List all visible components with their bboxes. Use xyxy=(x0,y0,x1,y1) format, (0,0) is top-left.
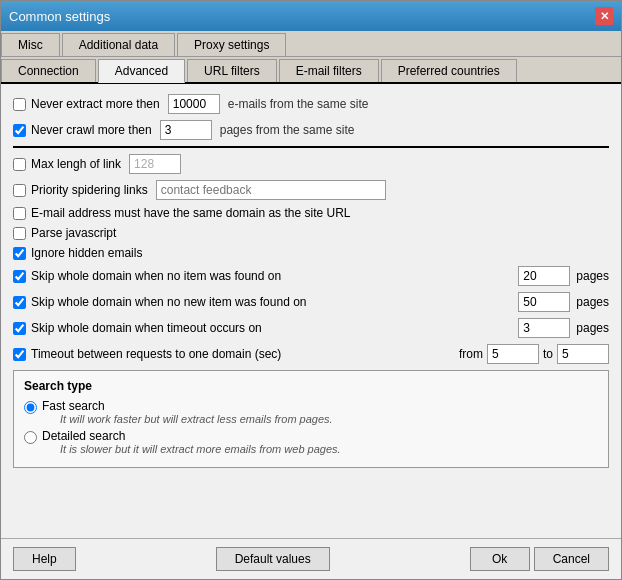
fast-search-row: Fast search It will work faster but will… xyxy=(24,399,598,425)
never-extract-input[interactable] xyxy=(168,94,220,114)
help-button[interactable]: Help xyxy=(13,547,76,571)
max-length-input[interactable] xyxy=(129,154,181,174)
skip-no-new-item-row: Skip whole domain when no new item was f… xyxy=(13,292,609,312)
fast-search-radio[interactable] xyxy=(24,401,37,414)
same-domain-checkbox[interactable] xyxy=(13,207,26,220)
never-extract-label[interactable]: Never extract more then xyxy=(13,97,160,111)
ignore-hidden-checkbox[interactable] xyxy=(13,247,26,260)
never-crawl-input[interactable] xyxy=(160,120,212,140)
timeout-to-input[interactable] xyxy=(557,344,609,364)
skip-timeout-suffix: pages xyxy=(576,321,609,335)
tab-url-filters[interactable]: URL filters xyxy=(187,59,277,82)
never-crawl-suffix: pages from the same site xyxy=(220,123,355,137)
divider xyxy=(13,146,609,148)
to-label: to xyxy=(543,347,553,361)
footer-left: Help xyxy=(13,547,76,571)
never-extract-suffix: e-mails from the same site xyxy=(228,97,369,111)
timeout-between-row: Timeout between requests to one domain (… xyxy=(13,344,609,364)
never-crawl-checkbox[interactable] xyxy=(13,124,26,137)
never-crawl-row: Never crawl more then pages from the sam… xyxy=(13,120,609,140)
max-length-label[interactable]: Max lengh of link xyxy=(13,157,121,171)
tab-proxy-settings[interactable]: Proxy settings xyxy=(177,33,286,56)
tab-email-filters[interactable]: E-mail filters xyxy=(279,59,379,82)
max-length-row: Max lengh of link xyxy=(13,154,609,174)
detailed-search-label: Detailed search xyxy=(42,429,341,443)
detailed-search-desc: It is slower but it will extract more em… xyxy=(60,443,341,455)
skip-timeout-input[interactable] xyxy=(518,318,570,338)
content-area: Never extract more then e-mails from the… xyxy=(1,84,621,538)
skip-no-item-checkbox[interactable] xyxy=(13,270,26,283)
search-type-box: Search type Fast search It will work fas… xyxy=(13,370,609,468)
parse-javascript-row: Parse javascript xyxy=(13,226,609,240)
priority-spidering-input[interactable] xyxy=(156,180,386,200)
skip-no-item-input[interactable] xyxy=(518,266,570,286)
close-button[interactable]: ✕ xyxy=(595,7,613,25)
ignore-hidden-label[interactable]: Ignore hidden emails xyxy=(13,246,142,260)
window-title: Common settings xyxy=(9,9,110,24)
parse-javascript-checkbox[interactable] xyxy=(13,227,26,240)
ok-button[interactable]: Ok xyxy=(470,547,530,571)
tabs-row2: Connection Advanced URL filters E-mail f… xyxy=(1,57,621,84)
never-extract-row: Never extract more then e-mails from the… xyxy=(13,94,609,114)
search-type-title: Search type xyxy=(24,379,598,393)
skip-no-item-label[interactable]: Skip whole domain when no item was found… xyxy=(13,269,281,283)
title-bar: Common settings ✕ xyxy=(1,1,621,31)
fast-search-desc: It will work faster but will extract les… xyxy=(60,413,333,425)
skip-no-item-suffix: pages xyxy=(576,269,609,283)
skip-timeout-row: Skip whole domain when timeout occurs on… xyxy=(13,318,609,338)
skip-timeout-label[interactable]: Skip whole domain when timeout occurs on xyxy=(13,321,262,335)
priority-spidering-checkbox[interactable] xyxy=(13,184,26,197)
footer: Help Default values Ok Cancel xyxy=(1,538,621,579)
tabs-row1: Misc Additional data Proxy settings xyxy=(1,31,621,57)
same-domain-label[interactable]: E-mail address must have the same domain… xyxy=(13,206,350,220)
footer-right: Ok Cancel xyxy=(470,547,609,571)
never-extract-checkbox[interactable] xyxy=(13,98,26,111)
skip-no-new-item-checkbox[interactable] xyxy=(13,296,26,309)
skip-no-new-item-suffix: pages xyxy=(576,295,609,309)
tab-connection[interactable]: Connection xyxy=(1,59,96,82)
priority-spidering-label[interactable]: Priority spidering links xyxy=(13,183,148,197)
tab-preferred-countries[interactable]: Preferred countries xyxy=(381,59,517,82)
cancel-button[interactable]: Cancel xyxy=(534,547,609,571)
detailed-search-radio[interactable] xyxy=(24,431,37,444)
skip-no-item-row: Skip whole domain when no item was found… xyxy=(13,266,609,286)
never-crawl-label[interactable]: Never crawl more then xyxy=(13,123,152,137)
skip-no-new-item-input[interactable] xyxy=(518,292,570,312)
tab-misc[interactable]: Misc xyxy=(1,33,60,56)
from-label: from xyxy=(459,347,483,361)
timeout-between-checkbox[interactable] xyxy=(13,348,26,361)
parse-javascript-label[interactable]: Parse javascript xyxy=(13,226,116,240)
tab-additional-data[interactable]: Additional data xyxy=(62,33,175,56)
fast-search-label: Fast search xyxy=(42,399,333,413)
max-length-checkbox[interactable] xyxy=(13,158,26,171)
priority-spidering-row: Priority spidering links xyxy=(13,180,609,200)
skip-no-new-item-label[interactable]: Skip whole domain when no new item was f… xyxy=(13,295,307,309)
default-values-button[interactable]: Default values xyxy=(216,547,330,571)
main-window: Common settings ✕ Misc Additional data P… xyxy=(0,0,622,580)
skip-timeout-checkbox[interactable] xyxy=(13,322,26,335)
detailed-search-row: Detailed search It is slower but it will… xyxy=(24,429,598,455)
tab-advanced[interactable]: Advanced xyxy=(98,59,185,83)
timeout-between-label[interactable]: Timeout between requests to one domain (… xyxy=(13,347,281,361)
timeout-from-input[interactable] xyxy=(487,344,539,364)
same-domain-row: E-mail address must have the same domain… xyxy=(13,206,609,220)
ignore-hidden-row: Ignore hidden emails xyxy=(13,246,609,260)
